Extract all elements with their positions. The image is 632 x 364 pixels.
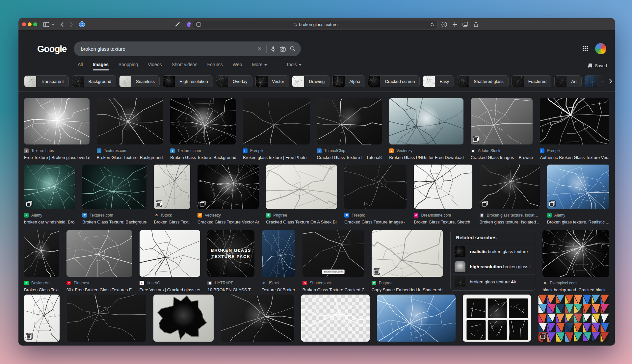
result-source[interactable]: PPngtree — [266, 213, 337, 218]
related-search-item[interactable]: broken glass texture 4k — [451, 274, 535, 289]
filter-chip-easy[interactable]: Easy — [423, 75, 454, 87]
filter-chip-drawing[interactable]: Drawing — [292, 75, 329, 87]
result-title[interactable]: Broken glass texture. Realistic ... — [547, 220, 609, 224]
result-source[interactable]: VVecteezy — [389, 148, 463, 153]
image-thumbnail[interactable] — [67, 295, 146, 342]
result-title[interactable]: Broken Glass Texture: Background I... — [170, 155, 236, 160]
result-source[interactable]: ▦HYTRAPE — [207, 280, 254, 286]
filter-chip-high-resolution[interactable]: High resolution — [163, 75, 213, 87]
result-source[interactable]: ▲illustAC — [140, 280, 200, 286]
pen-extension-icon[interactable] — [174, 18, 181, 31]
related-search-item[interactable]: high resolution broken glass texture — [451, 259, 535, 274]
page-settings-icon[interactable] — [196, 22, 201, 27]
image-thumbnail[interactable] — [24, 295, 60, 342]
result-source[interactable]: PPinterest — [301, 345, 370, 346]
result-source[interactable]: FFreepik — [344, 213, 407, 218]
image-thumbnail[interactable] — [414, 165, 472, 209]
close-window-button[interactable] — [22, 22, 26, 26]
image-thumbnail[interactable] — [140, 230, 200, 277]
result-source[interactable]: aAlamy — [24, 213, 75, 218]
result-source[interactable]: TTextures.com — [221, 345, 294, 346]
tab-tools[interactable]: Tools — [286, 62, 302, 70]
result-source[interactable]: iSiStock — [262, 280, 295, 286]
result-title[interactable]: black background. Cracked black ... — [542, 287, 609, 292]
related-search-item[interactable]: realistic broken glass texture — [451, 244, 535, 259]
image-thumbnail[interactable] — [480, 165, 540, 209]
result-source[interactable]: dDeviantArt — [24, 280, 59, 286]
filter-chip-overlay[interactable]: Overlay — [216, 75, 252, 87]
image-thumbnail[interactable] — [542, 230, 609, 277]
image-thumbnail[interactable] — [372, 230, 443, 277]
result-source[interactable]: PPikbest — [377, 345, 456, 346]
image-thumbnail[interactable]: shutterstock.com — [303, 230, 364, 277]
image-thumbnail[interactable] — [463, 295, 531, 342]
result-title[interactable]: Broken Glass PNGs for Free Download — [389, 155, 463, 160]
result-title[interactable]: Texture Of Broken ... — [262, 287, 295, 292]
result-source[interactable]: TTextures4Photoshop — [153, 345, 214, 346]
image-thumbnail[interactable] — [221, 295, 294, 342]
search-input[interactable] — [81, 46, 257, 52]
tab-overview-icon[interactable] — [461, 18, 469, 31]
image-thumbnail[interactable] — [243, 98, 310, 144]
result-title[interactable]: Broken Glass Texture. Sketch ... — [414, 220, 472, 224]
filter-chip-transparent[interactable]: Transparent — [24, 75, 69, 87]
image-thumbnail[interactable] — [317, 98, 382, 144]
image-thumbnail[interactable] — [24, 98, 90, 144]
result-source[interactable]: VVecteezy — [198, 213, 259, 218]
google-apps-icon[interactable] — [583, 46, 588, 51]
result-source[interactable]: TTextures.com — [97, 148, 163, 153]
chevron-down-icon[interactable] — [51, 18, 55, 31]
download-icon[interactable] — [440, 18, 448, 31]
result-title[interactable]: Broken Glass Text... — [154, 220, 190, 224]
result-title[interactable]: Cracked Glass Texture Vector Ar... — [198, 220, 259, 224]
tab-images[interactable]: Images — [93, 62, 109, 70]
result-title[interactable]: Free Vectors | Cracked glass text... — [140, 287, 200, 292]
result-source[interactable]: SShutterstock — [303, 280, 364, 286]
image-thumbnail[interactable] — [377, 295, 456, 342]
new-tab-icon[interactable] — [451, 18, 458, 31]
result-source[interactable]: TTextures.com — [170, 148, 236, 153]
image-thumbnail[interactable] — [24, 165, 75, 209]
image-thumbnail[interactable] — [170, 98, 236, 144]
result-source[interactable]: FFreepik — [540, 148, 609, 153]
image-thumbnail[interactable] — [301, 295, 370, 342]
tab-more[interactable]: More — [252, 62, 267, 70]
result-source[interactable]: dDreamstime.com — [24, 345, 60, 346]
tab-forums[interactable]: Forums — [207, 62, 223, 70]
filter-chip-cracked-screen[interactable]: Cracked screen — [368, 75, 420, 87]
filter-chip-seamless[interactable]: Seamless — [119, 75, 160, 87]
back-icon[interactable] — [59, 18, 65, 31]
image-thumbnail[interactable] — [66, 230, 132, 277]
image-thumbnail[interactable] — [547, 165, 609, 209]
filter-chip-alpha[interactable]: Alpha — [332, 75, 365, 87]
voice-search-icon[interactable] — [271, 46, 276, 52]
result-source[interactable]: 1123RF — [538, 345, 609, 346]
sidebar-icon[interactable] — [42, 18, 50, 31]
clear-search-icon[interactable] — [257, 46, 262, 51]
result-title[interactable]: Cracked Glass Texture On A Sleek Bla... — [266, 220, 337, 224]
image-thumbnail[interactable] — [82, 165, 146, 209]
onepassword-icon[interactable] — [78, 18, 86, 31]
result-source[interactable]: ▣Broken glass texture. Isolated realisti… — [480, 213, 540, 218]
tab-all[interactable]: All — [78, 62, 83, 70]
image-thumbnail[interactable] — [198, 165, 259, 209]
minimize-window-button[interactable] — [28, 22, 32, 26]
zoom-window-button[interactable] — [33, 22, 37, 26]
image-thumbnail[interactable] — [266, 165, 337, 209]
result-source[interactable]: FFreepik — [243, 148, 310, 153]
result-title[interactable]: Broken glass texture | Free Photo — [243, 155, 310, 160]
result-title[interactable]: 30+ Free Broken Glass Textures Fo... — [66, 287, 132, 292]
result-source[interactable]: TTextures.com — [82, 213, 146, 218]
tab-web[interactable]: Web — [233, 62, 242, 70]
share-icon[interactable] — [472, 18, 480, 31]
result-title[interactable]: Cracked Glass Texture Images - Fr... — [344, 220, 407, 224]
result-source[interactable]: iSiStock — [154, 213, 190, 218]
chips-scroll-right-icon[interactable] — [609, 79, 612, 84]
google-logo[interactable]: Google — [37, 44, 66, 54]
result-title[interactable]: Copy Space Embedded In Shattered Gl... — [372, 287, 443, 292]
image-thumbnail[interactable] — [471, 98, 533, 144]
result-title[interactable]: Broken glass texture. Isolated ... — [480, 220, 540, 224]
result-source[interactable]: TTutorialChip — [317, 148, 382, 153]
result-title[interactable]: Cracked Glass Texture I - TutorialChip — [317, 155, 382, 160]
result-source[interactable]: dDreamstime.com — [414, 213, 472, 218]
